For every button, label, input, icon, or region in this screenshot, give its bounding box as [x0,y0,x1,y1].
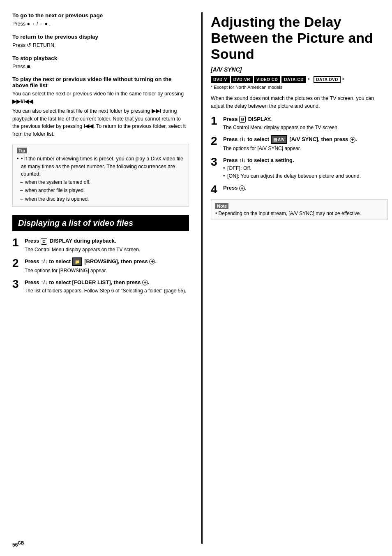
badge-dvd-vr: DVD-VR [231,76,253,83]
tip-indent-list: when the system is turned off. when anot… [17,178,184,203]
right-column: Adjusting the Delay Between the Picture … [201,12,388,544]
section-next-prev-page: To go to the next or previous page Press… [12,12,189,28]
body-stop: Press ■. [12,63,189,71]
right-step-3-title: Press ↑/↓ to select a setting. [223,156,388,164]
bullet-off: [OFF]: Off. [223,164,388,172]
left-step-2-desc: The options for [BROWSING] appear. [25,267,189,274]
right-step-2-content: Press ↑/↓ to select ▤ A/V [A/V SYNC], th… [223,135,388,152]
left-step-3-desc: The list of folders appears. Follow Step… [25,287,189,294]
video-files-heading: Displaying a list of video files [12,215,189,231]
circle-plus-left-3: + [142,280,148,285]
right-step-1-desc: The Control Menu display appears on the … [223,124,388,131]
left-step-3: 3 Press ↑/↓ to select [FOLDER LIST], the… [12,278,189,295]
body-next-prev-video: You can select the next or previous vide… [12,90,189,138]
left-step-1-desc: The Control Menu display appears on the … [25,246,189,253]
left-column: To go to the next or previous page Press… [12,12,201,544]
press-label: Press [12,21,27,27]
tip-item-main: • If the number of viewing times is pres… [17,155,184,178]
right-step-2: 2 Press ↑/↓ to select ▤ A/V [A/V SYNC], … [211,135,388,152]
circle-plus-left-2: + [149,259,155,264]
right-step-4-title: Press +. [223,184,388,192]
av-sync-icon: ▤ A/V [271,135,287,144]
tip-sub-item-2: when another file is played. [22,186,184,195]
section-next-prev-video: To play the next or previous video file … [12,76,189,138]
section-return-prev: To return to the previous display Press … [12,34,189,49]
left-step-2-title: Press ↑/↓ to select 📁 [BROWSING], then p… [25,257,189,266]
symbol-next-prev: ●→ / ←● [27,21,48,27]
right-step-3-bullets: [OFF]: Off. [ON]: You can adjust the del… [223,164,388,180]
left-step-3-title: Press ↑/↓ to select [FOLDER LIST], then … [25,278,189,287]
heading-return-prev: To return to the previous display [12,34,189,40]
right-step-3-content: Press ↑/↓ to select a setting. [OFF]: Of… [223,156,388,180]
note-text: • Depending on the input stream, [A/V SY… [215,211,383,216]
right-step-2-desc: The options for [A/V SYNC] appear. [223,145,388,152]
star-data-dvd: * [342,77,344,82]
section-heading-next-prev: To go to the next or previous page [12,12,189,19]
bullet-on: [ON]: You can adjust the delay between p… [223,172,388,180]
badge-data-cd: DATA-CD [281,76,306,83]
badge-video-cd: VIDEO CD [254,76,280,83]
badge-dvd-v: DVD-V [211,76,230,83]
symbol-stop: ■ [27,64,30,70]
tip-sub-item-3: when the disc tray is opened. [22,195,184,203]
star-data-cd: * [308,77,309,82]
section-body-next-prev: Press ●→ / ←● . [12,20,189,28]
left-step-num-3: 3 [12,278,21,290]
badge-data-dvd: DATA DVD [314,76,341,83]
asterisk-note: * Except for North American models [211,85,388,90]
circle-plus-right-4: + [239,185,245,191]
left-step-1: 1 Press ⊡ DISPLAY during playback. The C… [12,237,189,253]
format-badges: DVD-V DVD-VR VIDEO CD DATA-CD* DATA DVD* [211,76,388,83]
right-step-2-title: Press ↑/↓ to select ▤ A/V [A/V SYNC], th… [223,135,388,144]
right-step-3: 3 Press ↑/↓ to select a setting. [OFF]: … [211,156,388,180]
av-sync-label: [A/V SYNC] [211,66,388,73]
tip-sub-item-1: when the system is turned off. [22,178,184,186]
tip-label: Tip [17,148,27,153]
browsing-icon: 📁 [72,257,82,266]
display-icon-right-1: ⊡ [239,116,246,123]
left-step-2-content: Press ↑/↓ to select 📁 [BROWSING], then p… [25,257,189,274]
left-step-1-content: Press ⊡ DISPLAY during playback. The Con… [25,237,189,253]
section-stop-playback: To stop playback Press ■. [12,55,189,71]
right-step-4-content: Press +. [223,184,388,192]
right-step-num-1: 1 [211,115,220,127]
right-step-1: 1 Press ⊡ DISPLAY. The Control Menu disp… [211,115,388,132]
page-number: 56GB [12,541,24,548]
right-step-4: 4 Press +. [211,184,388,195]
circle-plus-right-2: + [350,137,355,143]
right-step-num-3: 3 [211,156,220,168]
right-step-1-content: Press ⊡ DISPLAY. The Control Menu displa… [223,115,388,132]
left-step-3-content: Press ↑/↓ to select [FOLDER LIST], then … [25,278,189,295]
main-heading: Adjusting the Delay Between the Picture … [211,14,388,62]
tip-box: Tip • If the number of viewing times is … [12,144,189,207]
display-icon-left-1: ⊡ [41,238,47,245]
left-step-1-title: Press ⊡ DISPLAY during playback. [25,237,189,245]
heading-stop: To stop playback [12,55,189,61]
body-return-prev: Press ↺ RETURN. [12,42,189,49]
intro-text: When the sound does not match the pictur… [211,95,388,110]
right-step-num-4: 4 [211,184,220,195]
note-box: Note • Depending on the input stream, [A… [211,199,388,220]
symbol-return: ↺ [27,42,31,48]
right-step-1-title: Press ⊡ DISPLAY. [223,115,388,123]
right-step-num-2: 2 [211,135,220,147]
heading-next-prev-video: To play the next or previous video file … [12,76,189,88]
left-step-num-1: 1 [12,237,21,248]
left-step-2: 2 Press ↑/↓ to select 📁 [BROWSING], then… [12,257,189,274]
left-step-num-2: 2 [12,257,21,269]
note-label: Note [215,203,228,209]
tip-list: • If the number of viewing times is pres… [17,155,184,178]
